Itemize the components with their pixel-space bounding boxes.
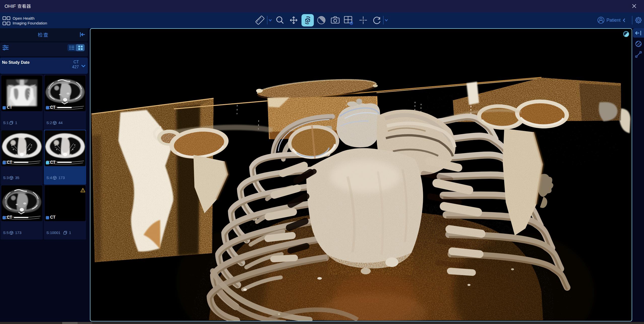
- svg-text:OHIF: OHIF: [5, 4, 16, 9]
- svg-text:Patient: Patient: [606, 18, 621, 23]
